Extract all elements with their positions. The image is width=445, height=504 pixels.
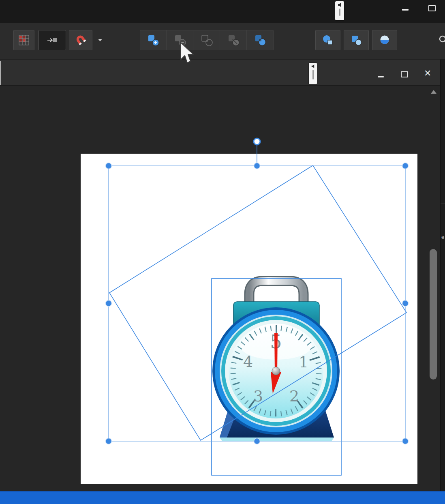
timer-needle-rod: [274, 333, 278, 373]
canvas-viewport[interactable]: 1 2 3 4 5: [0, 86, 440, 491]
handle-top-right[interactable]: [402, 163, 409, 169]
panel-divider: [441, 204, 445, 204]
handle-top-center[interactable]: [254, 163, 260, 169]
boolean-add-icon: [147, 34, 159, 46]
circle-square-icon: [322, 34, 334, 46]
boolean-combine-icon: [254, 34, 266, 46]
vertical-scrollbar-thumb[interactable]: [430, 249, 437, 380]
pixel-snap-icon: [47, 35, 58, 45]
document-titlebar: ✕: [0, 60, 440, 86]
volume-slider-overlay[interactable]: [309, 63, 317, 84]
volume-slider-overlay[interactable]: [335, 1, 344, 20]
half-pie-icon: [379, 34, 391, 46]
boolean-intersect-button[interactable]: [193, 30, 220, 50]
app-titlebar: [0, 0, 445, 23]
boolean-combine-button[interactable]: [247, 30, 274, 50]
handle-middle-right[interactable]: [402, 300, 409, 307]
panel-divider: [441, 102, 445, 102]
mouse-cursor: [180, 42, 196, 65]
speaker-icon: [311, 64, 315, 69]
grid-icon: [19, 35, 29, 45]
geometry-half-pie-button[interactable]: [372, 30, 397, 50]
handle-middle-left[interactable]: [106, 300, 112, 307]
status-bar: [0, 491, 445, 504]
timer-needle-hub: [272, 367, 280, 375]
main-toolbar: [0, 23, 445, 60]
chevron-down-icon: [98, 39, 102, 41]
geometry-square-circle-button[interactable]: [344, 30, 369, 50]
snapping-options-dropdown[interactable]: [95, 30, 105, 50]
timer-image[interactable]: 1 2 3 4 5: [212, 281, 340, 441]
handle-top-left[interactable]: [106, 163, 112, 169]
magnet-icon: [75, 34, 87, 46]
collapsed-panel-strip[interactable]: e: [440, 60, 445, 491]
close-icon[interactable]: ✕: [424, 69, 431, 78]
dial-number-4: 4: [243, 353, 253, 371]
grid-toggle-button[interactable]: [13, 30, 34, 50]
maximize-icon[interactable]: [401, 71, 408, 77]
boolean-divide-icon: [227, 34, 240, 46]
minimize-icon[interactable]: [402, 9, 409, 11]
rotation-handle[interactable]: [254, 138, 260, 145]
geometry-circle-square-button[interactable]: [315, 30, 340, 50]
speaker-icon: [337, 2, 342, 7]
panel-partial-label: e: [441, 234, 444, 240]
handle-bottom-left[interactable]: [106, 438, 112, 444]
scrollbar-up-arrow[interactable]: [431, 90, 436, 94]
magnet-snapping-button[interactable]: [69, 30, 92, 50]
boolean-intersect-icon: [201, 34, 213, 46]
window-edge-highlight: [0, 61, 1, 85]
minimize-icon[interactable]: [378, 76, 384, 77]
volume-groove[interactable]: [339, 9, 340, 16]
search-button[interactable]: [438, 30, 445, 50]
boolean-divide-button[interactable]: [220, 30, 247, 50]
handle-bottom-center[interactable]: [254, 438, 260, 444]
search-icon: [438, 34, 445, 46]
maximize-icon[interactable]: [428, 5, 436, 11]
boolean-add-button[interactable]: [140, 30, 167, 50]
dial-number-1: 1: [299, 353, 308, 371]
volume-groove[interactable]: [312, 70, 314, 79]
square-circle-icon: [350, 34, 362, 46]
dial-number-2: 2: [289, 387, 299, 405]
timer-feet: [220, 438, 334, 441]
handle-bottom-right[interactable]: [402, 438, 409, 444]
pixel-snap-button[interactable]: [39, 30, 66, 50]
